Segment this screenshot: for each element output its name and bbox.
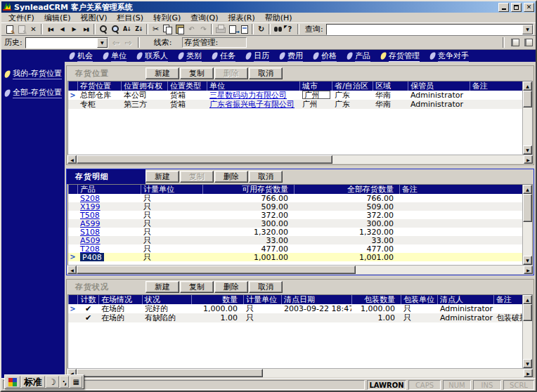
tab-竞争对手[interactable]: 竞争对手 [430, 51, 469, 62]
scroll-right-icon[interactable]: ▶ [524, 369, 533, 377]
scroll-up-icon[interactable]: ▲ [523, 295, 532, 304]
table-row[interactable]: >P408只1,001.001,001.00 [68, 253, 522, 261]
notes-icon[interactable] [524, 39, 533, 46]
column-header-单位[interactable]: 单位 [207, 81, 299, 91]
cut-icon[interactable] [150, 24, 162, 34]
back-icon[interactable]: ⇦ [111, 38, 121, 48]
scroll-right-icon[interactable]: ▶ [524, 155, 533, 164]
scroll-down-icon[interactable]: ▼ [523, 256, 532, 265]
scrollbar-track[interactable] [523, 222, 532, 256]
table-row[interactable]: ✔在场的有缺陷的1.00只1.00只Administrator包装破损 [68, 313, 522, 322]
scroll-up-icon[interactable]: ▲ [523, 185, 532, 194]
scrollbar-track[interactable] [523, 321, 532, 359]
soft-keyboard-icon[interactable]: ▦ [70, 376, 82, 388]
minimize-button[interactable] [498, 3, 509, 12]
halfwidth-moon-icon[interactable]: ☽ [46, 376, 59, 388]
binoculars-icon[interactable] [272, 24, 284, 34]
column-header-备注[interactable]: 备注 [399, 185, 522, 194]
column-header-计量单位[interactable]: 计量单位 [141, 185, 202, 194]
sidebar-item-全部-存货位置[interactable]: 全部-存货位置 [5, 87, 65, 98]
scrollbar-track[interactable] [356, 266, 524, 274]
column-header-包装数量[interactable]: 包装数量 [351, 295, 401, 304]
tab-类别[interactable]: 类别 [179, 51, 202, 62]
horizontal-scrollbar[interactable]: ◀▶ [67, 265, 533, 274]
scroll-down-icon[interactable]: ▼ [523, 145, 532, 155]
chevron-down-icon[interactable]: ▼ [522, 25, 533, 34]
record-link[interactable]: A599 [80, 219, 101, 228]
scroll-right-icon[interactable]: ▶ [524, 266, 533, 274]
sort-ascending-icon[interactable] [121, 24, 133, 34]
scrollbar-track[interactable] [332, 155, 524, 164]
menu-item-0[interactable]: 文件(F) [4, 13, 39, 23]
table-row[interactable]: T508只372.00372.00 [68, 211, 522, 219]
取消-button[interactable]: 取消 [249, 171, 283, 183]
tab-存货管理[interactable]: 存货管理 [381, 51, 420, 62]
delete-record-icon[interactable] [27, 24, 39, 34]
record-link[interactable]: T208 [80, 244, 100, 253]
复制-button[interactable]: 复制 [180, 67, 214, 79]
sidebar-item-我的-存货位置[interactable]: 我的-存货位置 [5, 68, 65, 79]
取消-button[interactable]: 取消 [249, 67, 283, 79]
column-header-区域[interactable]: 区域 [373, 81, 408, 91]
table-row[interactable]: T208只477.00477.00 [68, 244, 522, 253]
selected-cell[interactable]: P408 [80, 253, 104, 261]
column-header-状况[interactable]: 状况 [142, 295, 191, 304]
新建-button[interactable]: 新建 [145, 281, 179, 293]
column-header-位置拥有权[interactable]: 位置拥有权 [121, 81, 167, 91]
column-header-保管员[interactable]: 保管员 [408, 81, 470, 91]
chevron-down-icon[interactable]: ▼ [97, 38, 108, 48]
record-link[interactable]: 三星数码动力有限公司 [209, 91, 287, 100]
scrollbar-thumb[interactable] [523, 304, 532, 321]
scroll-left-icon[interactable]: ◀ [67, 155, 77, 164]
horizontal-scrollbar[interactable]: ◀▶ [67, 155, 533, 164]
table-row[interactable]: >总部仓库本公司货箱三星数码动力有限公司广州广东华南Administrator [68, 91, 522, 100]
table-row[interactable]: A509只33.0033.00 [68, 236, 522, 244]
nav-prev-icon[interactable] [56, 24, 68, 34]
tab-机会[interactable]: 机会 [70, 51, 93, 62]
close-button[interactable]: ✕ [524, 3, 534, 12]
column-header-位置类型[interactable]: 位置类型 [167, 81, 207, 91]
tab-单位[interactable]: 单位 [103, 51, 127, 62]
menu-item-7[interactable]: 帮助(H) [260, 13, 297, 23]
table-row[interactable]: 专柜第三方货箱广东省振兴电子有限公司广州广东华南Administrator [68, 100, 522, 109]
删除-button[interactable]: 删除 [214, 171, 248, 183]
inline-edit-field[interactable]: 广州 [302, 91, 330, 99]
record-link[interactable]: S108 [80, 228, 100, 236]
history-combobox[interactable]: ▼ [25, 37, 108, 48]
column-header-在场情况[interactable]: 在场情况 [98, 295, 142, 304]
vertical-scrollbar[interactable]: ▲▼ [522, 185, 532, 265]
context-help-icon[interactable] [284, 24, 296, 34]
tab-价格[interactable]: 价格 [313, 51, 337, 62]
删除-button[interactable]: 删除 [214, 281, 248, 293]
tab-任务[interactable]: 任务 [212, 51, 235, 62]
scrollbar-track[interactable] [263, 369, 524, 377]
record-link[interactable]: T508 [80, 211, 100, 219]
query-input[interactable] [327, 25, 522, 34]
scroll-up-icon[interactable]: ▲ [523, 81, 532, 91]
column-header-存货位置[interactable]: 存货位置 [77, 81, 121, 91]
column-header-计量单位[interactable]: 计量单位 [243, 295, 281, 304]
nav-next-icon[interactable] [68, 24, 80, 34]
column-header-计数[interactable]: 计数 [77, 295, 98, 304]
scrollbar-thumb[interactable] [523, 91, 532, 107]
column-header-省/自治区[interactable]: 省/自治区 [332, 81, 373, 91]
table-row[interactable]: X199只509.00509.00 [68, 202, 522, 211]
ime-mode-button[interactable]: 标准 [21, 376, 45, 388]
record-link[interactable]: S208 [80, 194, 100, 202]
vertical-scrollbar[interactable]: ▲▼ [522, 295, 532, 368]
scrollbar-thumb[interactable] [523, 194, 532, 222]
journal-icon[interactable] [511, 39, 519, 46]
table-row[interactable]: S108只1,320.001,320.00 [68, 228, 522, 236]
column-header-备注[interactable]: 备注 [470, 81, 522, 91]
punctuation-icon[interactable]: ·, [60, 376, 70, 388]
vertical-scrollbar[interactable]: ▲▼ [522, 81, 532, 155]
scrollbar-thumb[interactable] [77, 369, 263, 377]
copy-icon[interactable] [162, 24, 174, 34]
column-header-清点人[interactable]: 清点人 [437, 295, 493, 304]
menu-item-5[interactable]: 查询(Q) [186, 13, 223, 23]
column-header-包装单位[interactable]: 包装单位 [401, 295, 437, 304]
column-header-备注[interactable]: 备注 [493, 295, 522, 304]
新建-button[interactable]: 新建 [145, 67, 179, 79]
tab-产品[interactable]: 产品 [347, 51, 370, 62]
menu-item-1[interactable]: 编辑(E) [39, 13, 76, 23]
